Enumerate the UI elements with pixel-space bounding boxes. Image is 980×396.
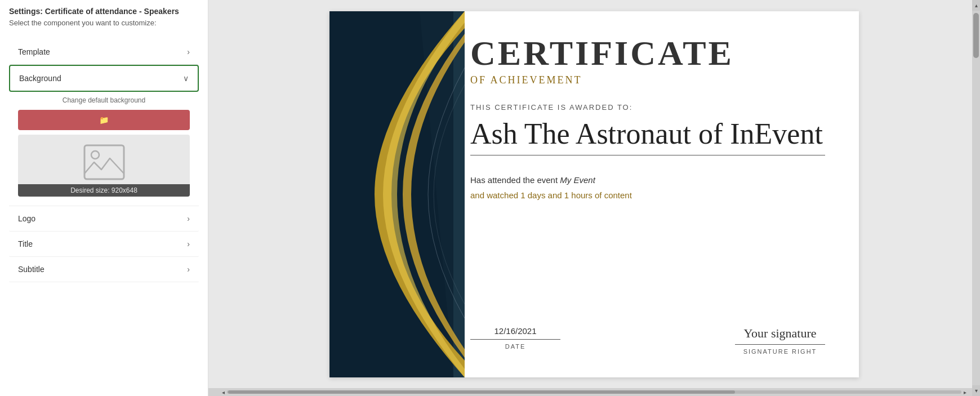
page-title: Settings: Certificate of attendance - Sp… [9,7,199,16]
certificate-awarded-to: THIS CERTIFICATE IS AWARDED TO: [470,103,825,112]
certificate-signature: Your signature [735,326,825,341]
preview-area: CERTIFICATE OF ACHIEVEMENT THIS CERTIFIC… [208,0,980,396]
image-preview: Desired size: 920x648 [18,135,190,197]
certificate-sub-title: OF ACHIEVEMENT [470,74,825,86]
scroll-up-arrow[interactable]: ▴ [972,0,980,11]
template-label: Template [18,47,50,56]
folder-icon: 📁 [99,115,109,124]
certificate-preview: CERTIFICATE OF ACHIEVEMENT THIS CERTIFIC… [329,11,859,377]
sidebar-item-subtitle[interactable]: Subtitle › [9,257,199,282]
background-hint: Change default background [18,96,190,104]
certificate-date: 12/16/2021 [470,326,560,336]
certificate-footer: 12/16/2021 DATE Your signature SIGNATURE… [470,304,825,355]
chevron-right-icon-subtitle: › [187,265,190,274]
date-line: DATE [470,339,560,350]
sidebar: Settings: Certificate of attendance - Sp… [0,0,208,396]
event-name: My Event [560,175,595,185]
sidebar-item-title[interactable]: Title › [9,232,199,257]
chevron-right-icon-title: › [187,239,190,248]
certificate-recipient-name: Ash The Astronaut of InEvent [470,117,825,155]
page-subtitle: Select the component you want to customi… [9,18,199,28]
subtitle-label: Subtitle [18,265,44,274]
background-label: Background [19,74,61,83]
signature-label: SIGNATURE RIGHT [735,348,825,355]
chevron-down-icon: ∨ [183,74,189,83]
title-label: Title [18,239,33,248]
certificate-attended: Has attended the event My Event and watc… [470,172,825,203]
upload-button[interactable]: 📁 [18,110,190,130]
size-label: Desired size: 920x648 [18,184,190,197]
svg-rect-0 [84,145,124,179]
chevron-right-icon: › [187,47,190,56]
chevron-right-icon-logo: › [187,214,190,223]
image-placeholder-icon [82,143,127,189]
vertical-scrollbar[interactable]: ▴ ▾ [972,0,980,396]
logo-label: Logo [18,214,35,223]
sidebar-item-template[interactable]: Template › [9,39,199,65]
attended-line2: and watched 1 days and 1 hours of conten… [470,190,632,200]
certificate-content: CERTIFICATE OF ACHIEVEMENT THIS CERTIFIC… [442,11,859,377]
svg-point-1 [91,151,99,159]
certificate-signature-section: Your signature SIGNATURE RIGHT [735,326,825,355]
hscroll-thumb[interactable] [228,390,735,394]
certificate-main-title: CERTIFICATE [470,34,825,72]
scroll-right-arrow[interactable]: ▸ [961,389,969,395]
date-label: DATE [470,343,560,350]
certificate-date-section: 12/16/2021 DATE [470,326,560,355]
sidebar-item-background[interactable]: Background ∨ [9,65,199,92]
hscroll-track [227,390,961,394]
preview-scroll[interactable]: CERTIFICATE OF ACHIEVEMENT THIS CERTIFIC… [208,0,980,388]
scroll-down-arrow[interactable]: ▾ [972,385,980,396]
background-section: Change default background 📁 Desired size… [9,92,199,206]
scroll-left-arrow[interactable]: ◂ [220,389,227,395]
sidebar-item-logo[interactable]: Logo › [9,206,199,232]
signature-line: SIGNATURE RIGHT [735,344,825,355]
attended-line1: Has attended the event [470,175,560,185]
vscroll-thumb[interactable] [973,13,979,58]
horizontal-scrollbar[interactable]: ◂ ▸ [208,388,980,396]
